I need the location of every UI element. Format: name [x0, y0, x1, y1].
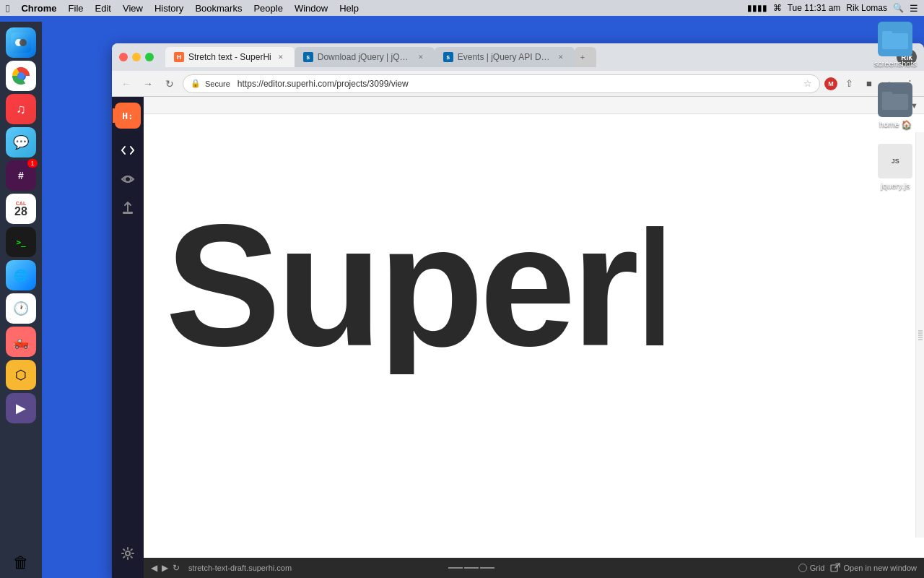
- bottombar-right: Grid Open in new window: [798, 563, 917, 573]
- preview-pane: 1185px ▼ SuperHi: [144, 97, 924, 578]
- superhi-preview-text: SuperHi: [158, 158, 663, 387]
- svg-rect-2: [882, 94, 908, 110]
- window-minimize-button[interactable]: [132, 53, 141, 61]
- bookmark-star-icon[interactable]: ☆: [803, 78, 812, 89]
- window-controls: [119, 53, 154, 61]
- home-desktop-icon[interactable]: home 🏠: [878, 82, 912, 129]
- dock-messages[interactable]: 💬: [6, 127, 36, 158]
- superhi-logo[interactable]: H:: [115, 103, 141, 129]
- svg-point-12: [126, 551, 130, 556]
- svg-text:SuperHi: SuperHi: [165, 189, 663, 374]
- svg-point-6: [19, 39, 27, 46]
- sidebar-preview-button[interactable]: [115, 166, 141, 192]
- secure-label: Secure: [205, 79, 230, 88]
- refresh-preview-button[interactable]: ↻: [173, 563, 180, 573]
- tab-stretch-text[interactable]: H Stretch text - SuperHi ✕: [165, 47, 295, 67]
- tab2-favicon: $: [303, 52, 313, 62]
- menubar-window[interactable]: Window: [289, 3, 334, 14]
- dock-sketch[interactable]: ⬡: [6, 360, 36, 390]
- url-display: https://editor.superhi.com/projects/3099…: [237, 79, 799, 89]
- screenshots-label: screenshots: [874, 59, 917, 68]
- menubar-people[interactable]: People: [248, 3, 288, 14]
- jquery-desktop-icon[interactable]: JS jquery.js: [878, 144, 912, 190]
- menubar-help[interactable]: Help: [334, 3, 365, 14]
- tab3-favicon: $: [443, 52, 453, 62]
- lock-icon: 🔒: [191, 79, 201, 88]
- grid-circle-icon: [798, 564, 807, 572]
- search-icon[interactable]: 🔍: [893, 3, 904, 13]
- tab3-title: Events | jQuery API Documen...: [458, 52, 552, 62]
- logo-indicator: [113, 108, 116, 123]
- dock-trash[interactable]: 🗑: [6, 548, 36, 578]
- menubar:  Chrome File Edit View History Bookmark…: [0, 0, 924, 16]
- open-new-label: Open in new window: [843, 564, 917, 572]
- menubar-bookmarks[interactable]: Bookmarks: [189, 3, 248, 14]
- menubar-right: ▮▮▮▮ ⌘ Tue 11:31 am Rik Lomas 🔍 ☰: [747, 3, 918, 14]
- grid-toggle[interactable]: Grid: [798, 564, 825, 572]
- menubar-edit[interactable]: Edit: [90, 3, 117, 14]
- open-new-window-button[interactable]: Open in new window: [830, 563, 917, 573]
- menubar-history[interactable]: History: [149, 3, 189, 14]
- chrome-tabs: H Stretch text - SuperHi ✕ $ Download jQ…: [165, 47, 891, 67]
- notification-icon[interactable]: ☰: [910, 3, 918, 14]
- sidebar-publish-button[interactable]: [115, 195, 141, 221]
- dock-slack[interactable]: # 1: [6, 160, 36, 191]
- svg-rect-3: [882, 92, 892, 95]
- forward-button[interactable]: →: [139, 75, 157, 92]
- new-tab-button[interactable]: +: [575, 47, 596, 67]
- hamburger-menu[interactable]: [448, 566, 494, 569]
- share-icon[interactable]: ⇧: [840, 75, 858, 92]
- tab1-title: Stretch text - SuperHi: [188, 52, 271, 62]
- dock-calendar[interactable]: CAL 28: [6, 194, 36, 224]
- tab2-close[interactable]: ✕: [416, 52, 426, 62]
- tab1-close[interactable]: ✕: [276, 52, 286, 62]
- dock-network[interactable]: 🌐: [6, 260, 36, 290]
- tab-jquery-download[interactable]: $ Download jQuery | jQuery ✕: [295, 47, 435, 67]
- battery-icon: ▮▮▮▮: [747, 3, 767, 13]
- screenshots-desktop-icon[interactable]: screenshots: [874, 22, 917, 68]
- chrome-titlebar: H Stretch text - SuperHi ✕ $ Download jQ…: [112, 43, 924, 71]
- preview-topbar: 1185px ▼: [144, 97, 924, 114]
- wifi-icon: ⌘: [773, 3, 782, 13]
- preview-body: SuperHi: [144, 114, 924, 558]
- menubar-view[interactable]: View: [117, 3, 149, 14]
- dock-terminal[interactable]: >_: [6, 227, 36, 257]
- next-page-button[interactable]: ▶: [162, 563, 168, 573]
- dock: ♫ 💬 # 1 CAL 28 >_ 🌐 🕐 🛻 ⬡ ▶ 🗑: [0, 22, 42, 578]
- editor-bottombar: ◀ ▶ ↻ stretch-text-draft.superhi.com Gri…: [144, 558, 924, 578]
- resize-grip: [918, 330, 923, 340]
- dock-chrome[interactable]: [6, 61, 36, 91]
- menubar-chrome[interactable]: Chrome: [15, 3, 62, 14]
- svg-rect-11: [123, 212, 133, 214]
- sidebar-code-button[interactable]: [115, 137, 141, 163]
- dock-paint[interactable]: 🛻: [6, 327, 36, 357]
- reload-button[interactable]: ↻: [161, 75, 178, 92]
- sidebar-settings-button[interactable]: [115, 540, 141, 566]
- svg-rect-1: [882, 31, 892, 35]
- tab3-close[interactable]: ✕: [556, 52, 566, 62]
- tab-jquery-events[interactable]: $ Events | jQuery API Documen... ✕: [435, 47, 575, 67]
- svg-rect-0: [882, 33, 908, 49]
- address-bar[interactable]: 🔒 Secure https://editor.superhi.com/proj…: [183, 74, 820, 93]
- jquery-js-label: jquery.js: [881, 181, 910, 190]
- dock-finder[interactable]: [6, 27, 36, 58]
- jquery-file-icon: JS: [878, 144, 912, 178]
- chrome-toolbar: ← → ↻ 🔒 Secure https://editor.superhi.co…: [112, 71, 924, 97]
- grid-label: Grid: [810, 564, 825, 572]
- resize-handle[interactable]: [915, 132, 924, 538]
- dock-music[interactable]: ♫: [6, 94, 36, 124]
- preview-url: stretch-text-draft.superhi.com: [188, 564, 292, 572]
- menubar-file[interactable]: File: [63, 3, 90, 14]
- home-label: home 🏠: [879, 120, 912, 129]
- desktop-icons-area: screenshots home 🏠 JS jquery.js: [874, 22, 917, 190]
- back-button[interactable]: ←: [118, 75, 135, 92]
- prev-page-button[interactable]: ◀: [151, 563, 157, 573]
- bottombar-navigation: ◀ ▶ ↻: [151, 563, 180, 573]
- dock-clock[interactable]: 🕐: [6, 293, 36, 324]
- window-maximize-button[interactable]: [145, 53, 154, 61]
- window-close-button[interactable]: [119, 53, 128, 61]
- slack-badge: 1: [27, 159, 38, 168]
- apple-menu[interactable]: : [6, 2, 9, 14]
- dock-screenflow[interactable]: ▶: [6, 393, 36, 423]
- extensions-icon[interactable]: M: [824, 77, 837, 90]
